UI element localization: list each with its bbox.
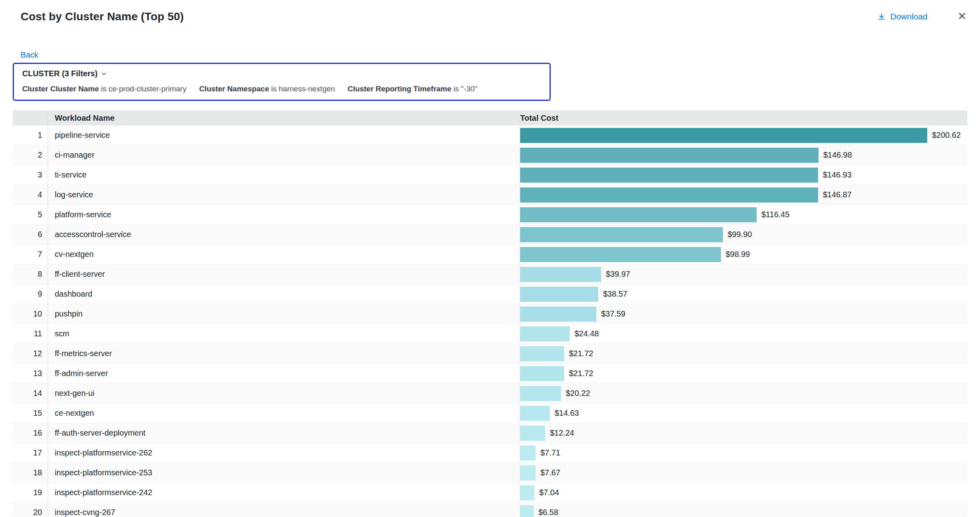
filter-group-label: CLUSTER (3 Filters) bbox=[22, 69, 98, 78]
table-row[interactable]: 5 platform-service $116.45 bbox=[13, 205, 967, 225]
filter-operator: is bbox=[101, 85, 109, 93]
workload-name: log-service bbox=[48, 185, 520, 204]
table-row[interactable]: 1 pipeline-service $200.62 bbox=[13, 125, 967, 145]
cost-value: $146.93 bbox=[823, 170, 851, 179]
cost-bar bbox=[520, 426, 545, 441]
cost-bar bbox=[520, 128, 927, 143]
cost-cell: $146.87 bbox=[520, 185, 967, 204]
cost-bar bbox=[520, 346, 564, 361]
table-row[interactable]: 8 ff-client-server $39.97 bbox=[13, 264, 967, 284]
download-icon bbox=[877, 12, 886, 21]
table-row[interactable]: 4 log-service $146.87 bbox=[13, 185, 967, 205]
cost-value: $6.58 bbox=[538, 508, 558, 517]
table-row[interactable]: 20 inspect-cvng-267 $6.58 bbox=[13, 503, 967, 517]
cost-value: $37.59 bbox=[601, 309, 625, 318]
header: Cost by Cluster Name (Top 50) Download ✕ bbox=[0, 0, 980, 23]
row-rank: 1 bbox=[13, 125, 48, 145]
table-row[interactable]: 16 ff-auth-server-deployment $12.24 bbox=[13, 423, 967, 443]
table-row[interactable]: 9 dashboard $38.57 bbox=[13, 284, 967, 304]
cost-cell: $21.72 bbox=[520, 344, 967, 363]
cost-value: $38.57 bbox=[603, 289, 627, 299]
workload-name: inspect-platformservice-242 bbox=[48, 483, 520, 502]
filter-field: Cluster Namespace bbox=[199, 85, 269, 93]
download-label: Download bbox=[890, 12, 927, 21]
row-rank: 20 bbox=[13, 503, 48, 517]
table-row[interactable]: 15 ce-nextgen $14.63 bbox=[13, 403, 967, 423]
filter-operator: is bbox=[271, 85, 279, 93]
cost-value: $39.97 bbox=[606, 270, 630, 279]
row-rank: 10 bbox=[13, 304, 48, 324]
cost-cell: $14.63 bbox=[520, 403, 967, 423]
download-button[interactable]: Download bbox=[877, 12, 927, 21]
cost-bar bbox=[520, 227, 723, 242]
rank-column-header bbox=[13, 110, 48, 125]
table-row[interactable]: 7 cv-nextgen $98.99 bbox=[13, 245, 967, 264]
row-rank: 13 bbox=[13, 364, 48, 383]
cost-value: $146.98 bbox=[823, 150, 852, 160]
filter-condition[interactable]: Cluster Reporting Timeframe is "-30" bbox=[348, 85, 477, 93]
workload-name-column-header[interactable]: Workload Name bbox=[48, 110, 520, 125]
cost-cell: $12.24 bbox=[520, 423, 967, 443]
workload-name: inspect-platformservice-253 bbox=[48, 463, 520, 482]
table-row[interactable]: 19 inspect-platformservice-242 $7.04 bbox=[13, 483, 967, 503]
cost-cell: $37.59 bbox=[520, 304, 967, 324]
filter-field: Cluster Reporting Timeframe bbox=[348, 85, 451, 93]
close-icon[interactable]: ✕ bbox=[956, 10, 968, 23]
table-row[interactable]: 18 inspect-platformservice-253 $7.67 bbox=[13, 463, 967, 483]
filter-list: Cluster Cluster Name is ce-prod-cluster-… bbox=[22, 85, 541, 93]
chevron-down-icon bbox=[101, 71, 107, 77]
row-rank: 8 bbox=[13, 264, 48, 284]
cost-value: $21.72 bbox=[569, 349, 593, 358]
table-row[interactable]: 13 ff-admin-server $21.72 bbox=[13, 364, 967, 384]
table-row[interactable]: 3 ti-service $146.93 bbox=[13, 165, 967, 185]
cost-cell: $6.58 bbox=[520, 503, 967, 517]
filter-condition[interactable]: Cluster Namespace is harness-nextgen bbox=[199, 85, 335, 93]
back-link[interactable]: Back bbox=[21, 50, 38, 60]
row-rank: 6 bbox=[13, 225, 48, 244]
cost-cell: $200.62 bbox=[520, 125, 967, 145]
table-body: 1 pipeline-service $200.62 2 ci-manager … bbox=[13, 125, 967, 517]
cost-bar bbox=[520, 326, 570, 341]
filter-condition[interactable]: Cluster Cluster Name is ce-prod-cluster-… bbox=[22, 85, 186, 93]
row-rank: 7 bbox=[13, 245, 48, 264]
workload-name: ff-client-server bbox=[48, 264, 520, 284]
cost-cell: $7.67 bbox=[520, 463, 967, 482]
table-row[interactable]: 14 next-gen-ui $20.22 bbox=[13, 384, 967, 403]
cost-bar bbox=[520, 485, 534, 500]
cost-bar bbox=[520, 207, 757, 222]
row-rank: 16 bbox=[13, 423, 48, 443]
row-rank: 11 bbox=[13, 324, 48, 343]
table-row[interactable]: 12 ff-metrics-server $21.72 bbox=[13, 344, 967, 364]
workload-name: ff-admin-server bbox=[48, 364, 520, 383]
workload-name: ci-manager bbox=[48, 145, 520, 165]
header-actions: Download ✕ bbox=[877, 10, 968, 23]
cost-value: $99.90 bbox=[728, 230, 752, 239]
cost-cell: $20.22 bbox=[520, 384, 967, 403]
cost-bar bbox=[520, 168, 818, 183]
workload-name: cv-nextgen bbox=[48, 245, 520, 264]
workload-name: platform-service bbox=[48, 205, 520, 224]
cost-value: $7.04 bbox=[539, 488, 559, 497]
cost-drilldown-page: Cost by Cluster Name (Top 50) Download ✕… bbox=[0, 0, 980, 517]
filter-group-toggle[interactable]: CLUSTER (3 Filters) bbox=[22, 69, 107, 78]
table-row[interactable]: 6 accesscontrol-service $99.90 bbox=[13, 225, 967, 245]
cost-bar bbox=[520, 406, 550, 421]
total-cost-column-header[interactable]: Total Cost bbox=[520, 110, 967, 125]
cost-bar bbox=[520, 247, 721, 262]
workload-name: accesscontrol-service bbox=[48, 225, 520, 244]
table-row[interactable]: 11 scm $24.48 bbox=[13, 324, 967, 344]
cost-cell: $21.72 bbox=[520, 364, 967, 383]
table-row[interactable]: 10 pushpin $37.59 bbox=[13, 304, 967, 324]
cost-value: $200.62 bbox=[932, 131, 961, 140]
cost-cell: $116.45 bbox=[520, 205, 967, 224]
filter-value: "-30" bbox=[461, 85, 477, 93]
workload-name: ti-service bbox=[48, 165, 520, 185]
workload-name: dashboard bbox=[48, 284, 520, 304]
cost-cell: $39.97 bbox=[520, 264, 967, 284]
filter-panel: CLUSTER (3 Filters) Cluster Cluster Name… bbox=[13, 63, 551, 101]
table-row[interactable]: 17 inspect-platformservice-262 $7.71 bbox=[13, 443, 967, 463]
row-rank: 4 bbox=[13, 185, 48, 204]
table-row[interactable]: 2 ci-manager $146.98 bbox=[13, 145, 967, 165]
cost-cell: $24.48 bbox=[520, 324, 967, 343]
cost-value: $20.22 bbox=[566, 389, 590, 398]
